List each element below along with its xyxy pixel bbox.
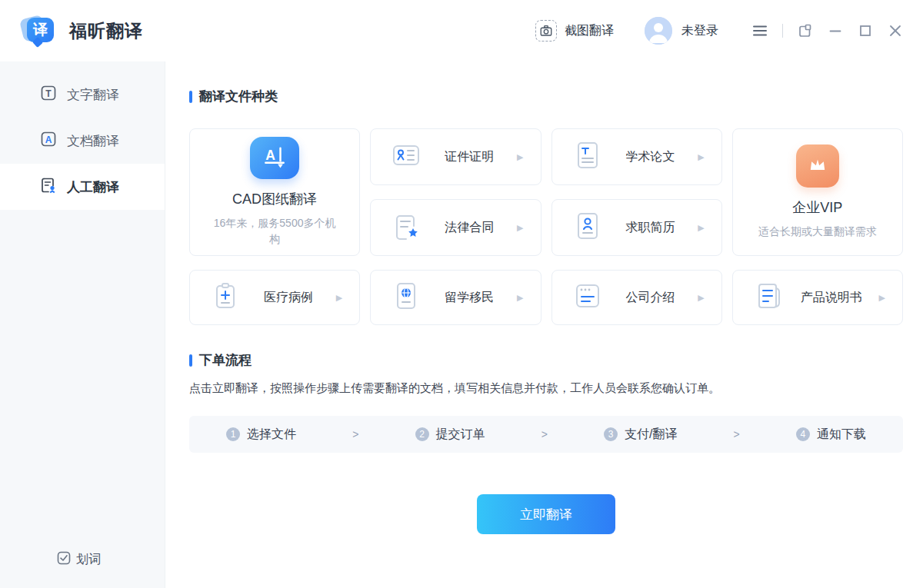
step-submit-order: 2 提交订单 — [415, 427, 485, 443]
sidebar-item-label: 文字翻译 — [67, 86, 119, 104]
order-flow-section: 下单流程 点击立即翻译，按照操作步骤上传需要翻译的文档，填写相关信息并付款，工作… — [189, 351, 903, 534]
file-types-section-header: 翻译文件种类 — [189, 88, 903, 105]
card-enterprise-vip[interactable]: 企业VIP 适合长期或大量翻译需求 — [732, 128, 903, 256]
card-subtitle: 适合长期或大量翻译需求 — [758, 224, 877, 240]
file-type-card-grid: A CAD图纸翻译 16年来，服务5500多个机构 — [189, 128, 903, 256]
card-title: 留学移民 — [422, 290, 517, 306]
card-academic-paper[interactable]: 学术论文 ▶ — [551, 128, 722, 185]
titlebar-right: 截图翻译 未登录 — [535, 17, 903, 45]
svg-text:T: T — [45, 88, 52, 98]
text-translate-icon: T — [40, 85, 57, 105]
card-title: 求职简历 — [603, 220, 698, 236]
passport-globe-icon — [391, 281, 422, 314]
card-title: 公司介绍 — [603, 290, 698, 306]
card-cad-translate[interactable]: A CAD图纸翻译 16年来，服务5500多个机构 — [189, 128, 360, 256]
card-title: 医疗病例 — [241, 290, 336, 306]
step-separator-icon: > — [734, 428, 740, 440]
translate-now-button[interactable]: 立即翻译 — [477, 494, 615, 534]
svg-text:A: A — [45, 134, 52, 145]
chevron-right-icon: ▶ — [698, 223, 704, 233]
chevron-right-icon: ▶ — [517, 223, 523, 233]
section-accent-bar — [189, 354, 192, 367]
card-title: 企业VIP — [792, 198, 842, 217]
card-company-profile[interactable]: 公司介绍 ▶ — [551, 270, 722, 325]
chevron-right-icon: ▶ — [698, 293, 704, 303]
card-subtitle: 16年来，服务5500多个机构 — [213, 215, 336, 247]
step-label: 支付/翻译 — [625, 427, 677, 443]
id-card-icon — [391, 140, 422, 174]
chevron-right-icon: ▶ — [517, 152, 523, 162]
minimize-icon[interactable] — [828, 23, 843, 38]
crown-icon — [796, 145, 839, 188]
step-label: 通知下载 — [817, 427, 866, 443]
resume-icon — [572, 211, 603, 244]
section-accent-bar — [189, 91, 192, 103]
company-intro-icon — [572, 281, 603, 314]
step-number-badge: 3 — [604, 427, 618, 441]
sidebar-item-human-translate[interactable]: 人工翻译 — [0, 164, 165, 210]
camera-icon — [535, 20, 557, 42]
order-steps-bar: 1 选择文件 > 2 提交订单 > 3 支付/翻译 > 4 — [189, 416, 903, 453]
logo-glyph: 译 — [33, 20, 48, 40]
step-number-badge: 4 — [796, 427, 810, 441]
step-number-badge: 2 — [415, 427, 429, 441]
step-label: 提交订单 — [436, 427, 485, 443]
chevron-right-icon: ▶ — [698, 152, 704, 162]
dock-window-icon[interactable] — [798, 23, 813, 38]
cta-row: 立即翻译 — [189, 494, 903, 534]
cad-icon: A — [250, 137, 299, 179]
maximize-icon[interactable] — [858, 23, 873, 38]
step-separator-icon: > — [541, 428, 548, 440]
user-account[interactable]: 未登录 — [645, 17, 718, 45]
login-status: 未登录 — [681, 23, 718, 39]
titlebar-divider — [782, 24, 783, 38]
academic-paper-icon — [572, 140, 603, 174]
titlebar: 译 福昕翻译 截图翻译 — [0, 0, 923, 61]
step-choose-file: 1 选择文件 — [226, 427, 296, 443]
card-title: CAD图纸翻译 — [232, 190, 317, 208]
medical-clipboard-icon — [210, 281, 241, 314]
close-icon[interactable] — [888, 23, 903, 38]
step-pay-translate: 3 支付/翻译 — [604, 427, 677, 443]
card-study-abroad[interactable]: 留学移民 ▶ — [370, 270, 541, 325]
checkbox-checked-icon — [57, 551, 71, 568]
sidebar-spacer — [0, 210, 165, 551]
app-logo-area: 译 福昕翻译 — [22, 14, 143, 48]
main-content: 翻译文件种类 A CAD图纸翻译 16年来，服务5500多个机构 — [165, 61, 923, 588]
section-title-text: 下单流程 — [199, 351, 252, 369]
screenshot-translate-button[interactable]: 截图翻译 — [535, 20, 614, 42]
menu-hamburger-icon[interactable] — [752, 23, 768, 38]
card-title: 学术论文 — [603, 149, 698, 165]
word-capture-toggle[interactable]: 划词 — [0, 551, 165, 588]
step-label: 选择文件 — [247, 427, 296, 443]
chevron-right-icon: ▶ — [336, 293, 342, 303]
sidebar-item-document-translate[interactable]: A 文档翻译 — [0, 118, 165, 164]
card-legal-contract[interactable]: 法律合同 ▶ — [370, 199, 541, 256]
sidebar-item-text-translate[interactable]: T 文字翻译 — [0, 71, 165, 118]
step-notify-download: 4 通知下载 — [796, 427, 866, 443]
card-title: 产品说明书 — [784, 290, 879, 306]
card-title: 证件证明 — [422, 149, 517, 165]
card-certificates[interactable]: 证件证明 ▶ — [370, 128, 541, 185]
order-flow-section-header: 下单流程 — [189, 351, 903, 369]
screenshot-translate-label: 截图翻译 — [565, 23, 614, 39]
app-logo-icon: 译 — [22, 14, 57, 48]
sidebar: T 文字翻译 A 文档翻译 — [0, 61, 165, 588]
word-capture-label: 划词 — [76, 552, 101, 568]
sidebar-item-label: 人工翻译 — [67, 178, 119, 196]
product-manual-icon — [753, 281, 784, 314]
app-window: 译 福昕翻译 截图翻译 — [0, 0, 923, 588]
app-name: 福昕翻译 — [69, 19, 143, 43]
chevron-right-icon: ▶ — [879, 293, 885, 303]
window-controls — [752, 23, 903, 38]
file-type-card-row: 医疗病例 ▶ 留学移民 ▶ — [189, 270, 903, 325]
sidebar-item-label: 文档翻译 — [67, 132, 119, 150]
avatar — [645, 17, 672, 45]
card-resume[interactable]: 求职简历 ▶ — [551, 199, 722, 256]
section-title-text: 翻译文件种类 — [199, 88, 278, 105]
human-translate-icon — [40, 177, 57, 198]
step-separator-icon: > — [352, 428, 358, 440]
card-medical-record[interactable]: 医疗病例 ▶ — [189, 270, 360, 325]
step-number-badge: 1 — [226, 427, 240, 441]
card-product-manual[interactable]: 产品说明书 ▶ — [732, 270, 903, 325]
